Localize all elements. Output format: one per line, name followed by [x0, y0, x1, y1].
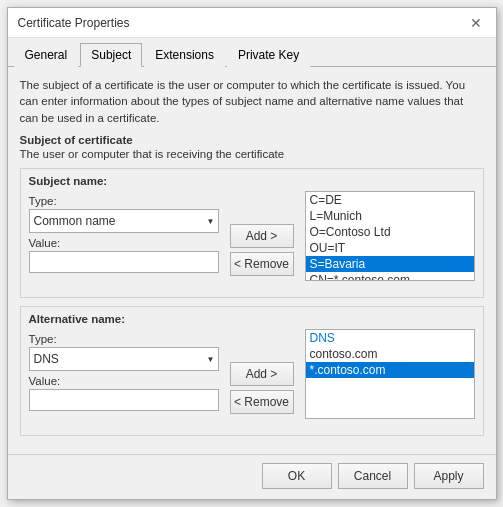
alt-mid-panel: Add > < Remove — [227, 329, 297, 419]
subject-value-input[interactable] — [29, 251, 219, 273]
alt-type-select-wrapper: DNS Email IP Address URI ▼ — [29, 347, 219, 371]
alt-type-label: Type: — [29, 333, 219, 345]
alt-value-input[interactable] — [29, 389, 219, 411]
tab-bar: General Subject Extensions Private Key — [8, 38, 496, 67]
subject-cert-desc: The user or computer that is receiving t… — [20, 148, 484, 160]
info-text: The subject of a certificate is the user… — [20, 77, 484, 125]
subject-list-panel: C=DE L=Munich O=Contoso Ltd OU=IT S=Bava… — [305, 191, 475, 281]
dialog-footer: OK Cancel Apply — [8, 454, 496, 499]
apply-button[interactable]: Apply — [414, 463, 484, 489]
close-button[interactable]: ✕ — [466, 13, 486, 33]
subject-name-row: Type: Common name Organization Organizat… — [29, 191, 475, 281]
list-item[interactable]: L=Munich — [306, 208, 474, 224]
subject-name-label: Subject name: — [29, 175, 475, 187]
alt-value-label: Value: — [29, 375, 219, 387]
list-item[interactable]: O=Contoso Ltd — [306, 224, 474, 240]
dialog-title: Certificate Properties — [18, 16, 130, 30]
alt-name-left: Type: DNS Email IP Address URI ▼ Value: — [29, 329, 219, 419]
certificate-properties-dialog: Certificate Properties ✕ General Subject… — [7, 7, 497, 499]
subject-name-listbox[interactable]: C=DE L=Munich O=Contoso Ltd OU=IT S=Bava… — [305, 191, 475, 281]
list-item[interactable]: C=DE — [306, 192, 474, 208]
ok-button[interactable]: OK — [262, 463, 332, 489]
subject-name-left: Type: Common name Organization Organizat… — [29, 191, 219, 281]
list-item[interactable]: contoso.com — [306, 346, 474, 362]
list-item[interactable]: CN=*.contoso.com — [306, 272, 474, 281]
subject-remove-button[interactable]: < Remove — [230, 252, 294, 276]
tab-private-key[interactable]: Private Key — [227, 43, 310, 67]
tab-general[interactable]: General — [14, 43, 79, 67]
content-area: The subject of a certificate is the user… — [8, 67, 496, 453]
alt-list-header: DNS — [306, 330, 474, 346]
subject-add-button[interactable]: Add > — [230, 224, 294, 248]
subject-value-label: Value: — [29, 237, 219, 249]
subject-name-group: Subject name: Type: Common name Organiza… — [20, 168, 484, 298]
alt-name-label: Alternative name: — [29, 313, 475, 325]
subject-type-select-wrapper: Common name Organization Organizational … — [29, 209, 219, 233]
alt-name-group: Alternative name: Type: DNS Email IP Add… — [20, 306, 484, 436]
title-bar: Certificate Properties ✕ — [8, 8, 496, 38]
alt-add-button[interactable]: Add > — [230, 362, 294, 386]
list-item-selected[interactable]: *.contoso.com — [306, 362, 474, 378]
tab-extensions[interactable]: Extensions — [144, 43, 225, 67]
subject-type-label: Type: — [29, 195, 219, 207]
subject-mid-panel: Add > < Remove — [227, 191, 297, 281]
alt-type-select[interactable]: DNS Email IP Address URI — [29, 347, 219, 371]
alt-name-row: Type: DNS Email IP Address URI ▼ Value: — [29, 329, 475, 419]
alt-list-panel: DNS contoso.com *.contoso.com — [305, 329, 475, 419]
subject-cert-title: Subject of certificate — [20, 134, 484, 146]
alt-remove-button[interactable]: < Remove — [230, 390, 294, 414]
list-item[interactable]: OU=IT — [306, 240, 474, 256]
cancel-button[interactable]: Cancel — [338, 463, 408, 489]
list-item-selected[interactable]: S=Bavaria — [306, 256, 474, 272]
alt-name-listbox[interactable]: DNS contoso.com *.contoso.com — [305, 329, 475, 419]
tab-subject[interactable]: Subject — [80, 43, 142, 67]
subject-type-select[interactable]: Common name Organization Organizational … — [29, 209, 219, 233]
